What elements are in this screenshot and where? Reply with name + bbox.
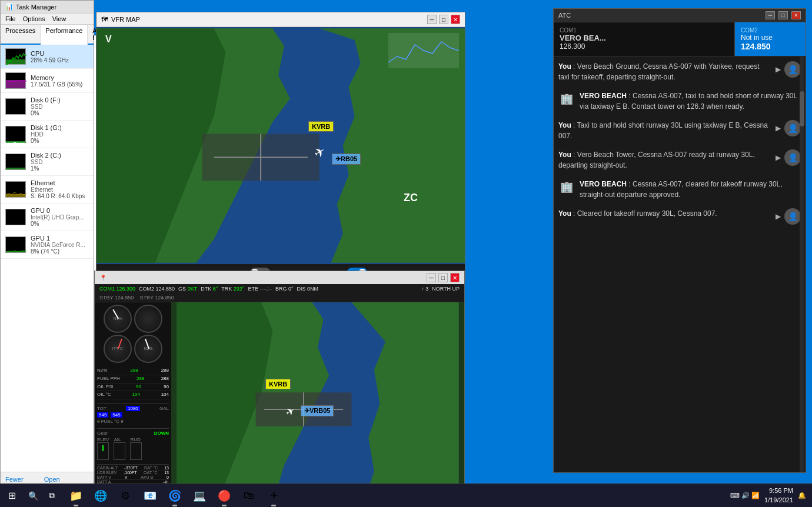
atc-msg-6: You : Cleared for takeoff runway 30L, Ce… [558,208,801,225]
fuel-c-row: θ FUEL °C θ [97,419,169,424]
task-manager-window: 📊 Task Manager File Options View Process… [0,0,94,494]
sim2-trk: TRK 292° [221,286,244,292]
task-manager-menubar: File Options View [1,14,94,25]
taskbar-time: 9:56 PM [764,486,793,495]
lds-elev-row: LDS ELEV -100FT OAT °C 13 [97,471,169,475]
fuel-c-label: θ FUEL °C θ [97,419,124,424]
disk0-val: 0% [31,110,89,116]
taskbar-app-mail[interactable]: 📧 [138,484,162,508]
atc-msg-4-play[interactable]: ▶ [776,154,781,162]
sim2-header: COM1 126.300 COM2 124.850 GS 0KT DTK 6° … [95,284,464,293]
eth-name: Ethernet [31,179,89,186]
atc-msg-3-play[interactable]: ▶ [776,124,781,132]
atc-titlebar: ATC ─ □ ✕ [554,9,806,22]
rud-gauge [130,442,142,460]
oil-c-val2: 104 [161,391,169,399]
sim2-dis: DIS 0NM [297,286,319,292]
task-view-button[interactable]: ⧉ [42,484,61,508]
vfr-map-title-left: 🗺 VFR MAP [101,16,140,23]
taskbar-app-settings[interactable]: ⚙ [113,484,138,508]
cpu-info: CPU 28% 4.59 GHz [31,50,89,64]
start-button[interactable]: ⊞ [0,484,24,508]
sim2-zoom: ↑ 3 [421,286,428,292]
disk2-name: Disk 2 (C:) [31,152,89,159]
sim2-map-area: KVRB ✈VRB05 ✈ [171,302,464,505]
atc-close-btn[interactable]: ✕ [791,11,801,19]
taskbar-app-browser2[interactable]: 🔴 [212,484,237,508]
chrome-icon: 🌀 [168,489,181,502]
atc-msg-1-text: You : Vero Beach Ground, Cessna AS-007 w… [558,61,771,82]
perf-item-disk1[interactable]: Disk 1 (G:) HDD 0% [1,121,94,148]
left-tank: 545 [97,412,108,418]
perf-item-cpu[interactable]: CPU 28% 4.59 GHz [1,45,94,69]
menu-options[interactable]: Options [23,15,45,22]
taskbar-app-dell[interactable]: 💻 [187,484,212,508]
atc-title: ATC [558,12,571,19]
atc-msg-3-avatar: 👤 [784,120,801,136]
vfr-close-btn[interactable]: ✕ [451,15,460,24]
atc-msg-4-avatar: 👤 [784,149,801,166]
sim2-minimize[interactable]: ─ [427,273,436,282]
atc-msg-5-icon: 🏢 [558,179,575,195]
oil-c-val: 104 [132,391,140,399]
gpu0-val: 0% [31,221,89,227]
airport-label: KVRB [308,121,334,132]
atc-minimize-btn[interactable]: ─ [766,11,775,19]
atc-msg-6-play[interactable]: ▶ [776,212,781,221]
disk2-info: Disk 2 (C:) SSD 1% [31,152,89,172]
atc-msg-4-controls: ▶ 👤 [776,149,801,166]
menu-file[interactable]: File [5,15,16,22]
perf-item-eth[interactable]: Ethernet Ethernet S: 64.0 R: 64.0 Kbps [1,176,94,204]
vfr-minimize-btn[interactable]: ─ [427,15,437,24]
sim2-maximize[interactable]: □ [438,273,448,282]
oil-c-row: OIL °C 104 104 [97,391,169,399]
disk0-mini-chart [5,98,26,115]
eth-mini-chart [5,181,26,198]
sim2-close[interactable]: ✕ [450,273,460,282]
perf-item-gpu1[interactable]: GPU 1 NVIDIA GeForce R... 8% (74 °C) [1,231,94,259]
n2-val: 288 [130,367,138,375]
task-manager-content: CPU 28% 4.59 GHz Memory 17.5/31.7 GB (55… [1,45,94,472]
perf-item-disk0[interactable]: Disk 0 (F:) SSD 0% [1,93,94,121]
taskbar-clock[interactable]: 9:56 PM 1/19/2021 [764,486,793,505]
atc-msg-1-avatar: 👤 [784,61,801,78]
atc-msg-1-play[interactable]: ▶ [776,65,781,74]
instruments-data: N2% 288 288 FUEL PPH 288 288 OIL PSI 90 … [97,367,169,399]
vfr-maximize-btn[interactable]: □ [439,15,448,24]
atc-scrollbar-track [800,56,804,472]
atc-restore-btn[interactable]: □ [778,11,788,19]
tab-processes[interactable]: Processes [1,25,41,44]
menu-view[interactable]: View [52,15,66,22]
taskbar-app-store[interactable]: 🛍 [237,484,261,508]
gpu1-sub: NVIDIA GeForce R... [31,242,89,248]
perf-item-memory[interactable]: Memory 17.5/31.7 GB (55%) [1,69,94,93]
mem-mini-chart [5,72,26,89]
elev-control: ELEV [97,437,109,460]
atc-scrollbar-thumb[interactable] [800,91,804,126]
gal-label: GAL [159,406,169,411]
taskbar: ⊞ 🔍 ⧉ 📁 🌐 ⚙ 📧 🌀 💻 🔴 🛍 ✈ [0,483,812,507]
taskbar-app-edge[interactable]: 🌐 [88,484,113,508]
lds-elev-label: LDS ELEV [97,471,117,475]
oil-c-label: OIL °C [97,391,111,399]
eth-val: S: 64.0 R: 64.0 Kbps [31,193,89,199]
atc-window: ATC ─ □ ✕ COM1 VERO BEA... 126.300 COM2 … [553,8,806,473]
taskbar-app-chrome[interactable]: 🌀 [162,484,187,508]
taskbar-app-flightsim[interactable]: ✈ [261,484,286,508]
atc-msg-6-text: You : Cleared for takeoff runway 30L, Ce… [558,208,771,219]
atc-msg-6-controls: ▶ 👤 [776,208,801,225]
disk1-info: Disk 1 (G:) HDD 0% [31,124,89,144]
tab-performance[interactable]: Performance [41,25,88,45]
cabin-alt-row: CABIN ALT -370FT RAT °C 13 [97,466,169,471]
rat-c-label: RAT °C [144,466,158,470]
ail-control: AIL [114,437,125,460]
search-button[interactable]: 🔍 [24,484,42,508]
notification-icon[interactable]: 🔔 [798,492,806,499]
perf-item-disk2[interactable]: Disk 2 (C:) SSD 1% [1,148,94,176]
disk0-info: Disk 0 (F:) SSD 0% [31,96,89,116]
taskbar-app-explorer[interactable]: 📁 [64,484,88,508]
atc-msg-5: 🏢 VERO BEACH : Cessna AS-007, cleared fo… [558,179,801,200]
perf-item-gpu0[interactable]: GPU 0 Intel(R) UHD Grap... 0% [1,204,94,231]
tot-label: TOT [97,406,107,411]
n2-label-text: N2% [97,367,107,375]
